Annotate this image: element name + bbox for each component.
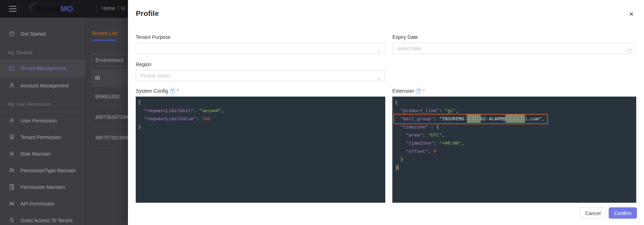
sidebar-section-label: My User Permission — [0, 101, 85, 108]
logo-text: insureMO. — [37, 4, 75, 13]
required-asterisk: * — [423, 88, 425, 94]
system-config-editor[interactable]: { "requestLimitUnit": "second", "request… — [136, 97, 385, 203]
code-token: , — [221, 108, 224, 113]
sidebar-item-account-management[interactable]: Account Management — [0, 77, 85, 94]
chevron-down-icon — [377, 74, 381, 84]
calendar-icon — [627, 46, 632, 57]
breadcrumb-separator: / — [117, 5, 119, 11]
code-token — [395, 140, 406, 146]
help-icon[interactable]: ? — [170, 88, 175, 94]
dashboard-icon — [9, 31, 15, 37]
grant-icon — [9, 217, 15, 223]
shield-icon — [9, 134, 15, 140]
required-asterisk: * — [177, 88, 178, 94]
code-token: "UTC" — [428, 132, 442, 138]
sidebar-item-label: Grant Access To Tenant — [21, 218, 72, 223]
sidebar-item-grant-access-to-tenant[interactable]: Grant Access To Tenant — [0, 212, 85, 225]
table-row[interactable]: 380757301688 — [92, 128, 128, 148]
sidebar-item-user-permission[interactable]: User Permission — [0, 112, 85, 129]
code-token: "product_line" — [400, 108, 439, 113]
code-token: : — [434, 140, 439, 146]
table-row[interactable]: 959601032 — [92, 87, 128, 107]
extension-editor[interactable]: { "product_line": "gi", "mail_group": "I… — [392, 97, 636, 203]
help-icon[interactable]: ? — [416, 88, 421, 94]
sidebar-item-tenant-permission[interactable]: Tenant Permission — [0, 129, 85, 145]
code-line: "offset": 0 — [395, 147, 636, 155]
code-line: "product_line": "gi", — [395, 106, 636, 115]
code-token: { — [395, 100, 398, 105]
extension-label: Extension ? * — [392, 88, 636, 94]
code-token: "offset" — [406, 149, 428, 154]
code-line: { — [395, 98, 636, 106]
sidebar-section-label: My Tenants — [0, 50, 85, 56]
code-token — [395, 149, 406, 154]
expiry-date-input[interactable]: Select date — [392, 43, 636, 54]
tab-active-underline — [92, 40, 116, 41]
sidebar-item-label: User Permission — [21, 118, 57, 123]
close-icon[interactable]: ✕ — [627, 11, 635, 18]
code-token: : { — [428, 124, 439, 129]
code-token: : — [422, 132, 428, 138]
code-token: "requestLimitUnit" — [144, 108, 194, 113]
breadcrumb-item[interactable]: U — [121, 5, 125, 11]
sidebar-item-label: Permission Maintain — [21, 184, 65, 190]
code-line: { — [138, 98, 385, 106]
code-token: , — [461, 140, 464, 146]
code-token: , — [442, 132, 445, 138]
code-line: "requestLimitUnit": "second", — [138, 106, 385, 115]
code-line: "requestLimitValue": 100 — [138, 115, 385, 123]
tenant-purpose-select[interactable] — [136, 43, 385, 54]
sidebar-item-label: Get Started — [21, 31, 46, 37]
table-row[interactable]: 380756197336 — [92, 107, 128, 128]
plug-icon — [9, 201, 15, 207]
profile-drawer: Profile ✕ Tenant Purpose Expiry Date Sel… — [128, 0, 644, 225]
sidebar-item-label: PermissionType Maintain — [21, 168, 76, 173]
code-token: } — [138, 124, 141, 129]
code-token: "second" — [199, 108, 221, 113]
code-token — [138, 116, 144, 121]
confirm-button[interactable]: Confirm — [609, 207, 637, 219]
sidebar-item-api-permission[interactable]: API Permission — [0, 195, 85, 212]
tab-tenant-list[interactable]: Tenant List — [92, 30, 118, 36]
sidebar-item-label: Tenant Management — [21, 65, 66, 71]
idcard-icon — [9, 65, 15, 71]
code-token: 0 — [434, 149, 437, 154]
region-select[interactable]: Please Select — [136, 70, 385, 81]
code-token: "area" — [406, 132, 422, 138]
background-page: Tenant List Environment ID 9596010323807… — [86, 18, 128, 225]
code-token — [395, 132, 406, 138]
environment-filter-select[interactable]: Environment — [92, 54, 128, 67]
code-token — [395, 108, 400, 113]
drawer-title: Profile — [136, 9, 159, 18]
code-token: } — [395, 157, 403, 162]
text-cursor — [398, 165, 398, 170]
code-token: : — [439, 108, 445, 113]
sidebar-item-label: Account Management — [21, 83, 69, 88]
screen: insureMO. Home/U Get StartedMy TenantsTe… — [0, 0, 644, 225]
cancel-button[interactable]: Cancel — [580, 207, 605, 219]
code-token: { — [138, 100, 141, 105]
sidebar-item-label: API Permission — [21, 201, 54, 207]
code-token: , — [456, 108, 458, 113]
sidebar-item-tenant-management[interactable]: Tenant Management — [0, 59, 85, 77]
sidebar-item-role-maintain[interactable]: Role Maintain — [0, 145, 85, 162]
region-label: Region — [136, 62, 385, 67]
sidebar-item-label: Tenant Permission — [21, 134, 61, 140]
expiry-date-label: Expiry Date — [392, 34, 636, 40]
breadcrumb-item[interactable]: Home — [102, 5, 115, 11]
sidebar-item-permissiontype-maintain[interactable]: PermissionType Maintain — [0, 162, 85, 179]
dimmed-backdrop: insureMO. Home/U Get StartedMy TenantsTe… — [0, 0, 128, 225]
code-token: } — [395, 165, 398, 170]
sidebar-item-label: Role Maintain — [21, 151, 51, 157]
code-token: : — [194, 108, 199, 113]
sidebar-item-permission-maintain[interactable]: Permission Maintain — [0, 179, 85, 195]
top-navbar: insureMO. Home/U — [0, 0, 128, 18]
tenant-table: ID 959601032380756197336380757301688 — [92, 69, 128, 148]
sidebar-item-get-started[interactable]: Get Started — [0, 25, 85, 42]
code-line: } — [395, 163, 636, 172]
code-token: : — [196, 116, 202, 121]
code-token — [395, 124, 400, 129]
hamburger-menu-icon[interactable] — [9, 6, 17, 12]
user-icon — [9, 82, 15, 88]
breadcrumb: Home/U — [102, 5, 125, 11]
